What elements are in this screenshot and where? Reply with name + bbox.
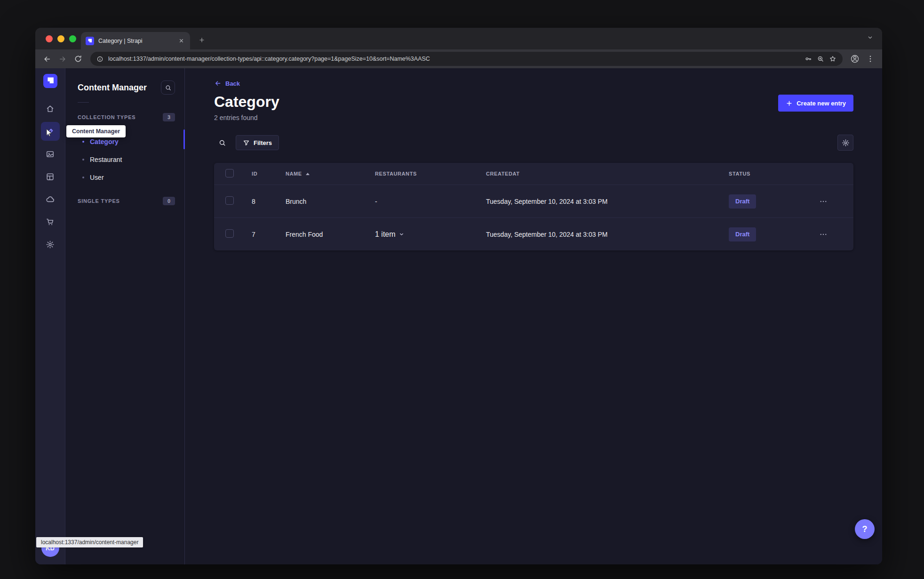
browser-tab[interactable]: Category | Strapi	[81, 32, 190, 49]
window-controls	[46, 28, 76, 49]
content-manager-subnav: Content Manager COLLECTION TYPES 3 Categ…	[65, 68, 185, 564]
sidebar-item-label: Restaurant	[90, 156, 122, 163]
window-minimize-button[interactable]	[57, 35, 64, 42]
nav-deploy-cloud-icon[interactable]	[41, 190, 60, 209]
entries-table: ID NAME RESTAURANTS CREATEDAT STATUS 8 B…	[214, 163, 853, 250]
strapi-logo[interactable]	[43, 74, 57, 88]
bookmark-star-icon[interactable]	[829, 55, 836, 63]
nav-content-type-builder-icon[interactable]	[41, 167, 60, 186]
subnav-title: Content Manager	[78, 81, 147, 94]
window-close-button[interactable]	[46, 35, 53, 42]
sidebar-item-label: User	[90, 174, 104, 181]
url-text: localhost:1337/admin/content-manager/col…	[108, 56, 800, 62]
back-button[interactable]	[40, 52, 54, 66]
tab-close-icon[interactable]	[177, 37, 185, 45]
site-info-icon[interactable]	[96, 56, 104, 63]
row-checkbox[interactable]	[225, 196, 234, 205]
tab-search-chevron-icon[interactable]	[867, 34, 874, 41]
filters-button[interactable]: Filters	[236, 135, 279, 150]
cell-name: French Food	[286, 231, 375, 238]
collection-types-list: Category Restaurant User	[65, 133, 184, 186]
bullet-icon	[82, 141, 84, 143]
list-toolbar: Filters	[214, 135, 853, 151]
column-header-restaurants[interactable]: RESTAURANTS	[375, 171, 486, 177]
cell-restaurants: 1 item	[375, 230, 396, 239]
collection-types-label: COLLECTION TYPES	[78, 114, 135, 120]
nav-settings-gear-icon[interactable]	[41, 235, 60, 254]
bullet-icon	[82, 159, 84, 161]
browser-tab-strip: Category | Strapi	[35, 28, 882, 49]
cell-createdat: Tuesday, September 10, 2024 at 3:03 PM	[486, 231, 729, 238]
password-key-icon[interactable]	[805, 55, 812, 63]
sort-ascending-caret-icon[interactable]	[305, 172, 311, 176]
column-header-createdat[interactable]: CREATEDAT	[486, 171, 729, 177]
single-types-section: SINGLE TYPES 0	[65, 197, 184, 205]
help-button[interactable]: ?	[855, 519, 875, 539]
back-label: Back	[225, 80, 240, 87]
table-row[interactable]: 8 Brunch - Tuesday, September 10, 2024 a…	[214, 185, 853, 217]
cell-name: Brunch	[286, 198, 375, 205]
search-icon[interactable]	[214, 135, 230, 151]
table-body: 8 Brunch - Tuesday, September 10, 2024 a…	[214, 185, 853, 250]
zoom-icon[interactable]	[817, 55, 824, 63]
entries-count-text: 2 entries found	[214, 114, 279, 121]
column-header-name[interactable]: NAME	[286, 171, 375, 177]
restaurants-expand-toggle[interactable]: 1 item	[375, 230, 405, 239]
nav-content-manager-icon[interactable]	[41, 122, 60, 141]
nav-tooltip: Content Manager	[66, 125, 126, 137]
row-actions-icon[interactable]	[816, 227, 830, 241]
browser-menu-icon[interactable]	[863, 52, 877, 66]
nav-home-icon[interactable]	[41, 99, 60, 118]
single-types-count-badge: 0	[163, 197, 175, 205]
table-settings-gear-icon[interactable]	[837, 135, 853, 151]
cell-id: 8	[252, 198, 286, 205]
page-title: Category	[214, 93, 279, 111]
table-row[interactable]: 7 French Food 1 item Tuesday, September …	[214, 217, 853, 250]
list-view-content: Back Category 2 entries found Create new…	[185, 68, 882, 564]
collection-types-section: COLLECTION TYPES 3	[65, 113, 184, 121]
forward-button[interactable]	[56, 52, 70, 66]
link-preview-status-bar: localhost:1337/admin/content-manager	[36, 537, 143, 547]
filter-funnel-icon	[243, 139, 250, 146]
create-new-entry-button[interactable]: Create new entry	[778, 95, 853, 112]
select-all-checkbox[interactable]	[225, 169, 234, 177]
cell-id: 7	[252, 231, 286, 238]
back-link[interactable]: Back	[214, 80, 240, 87]
table-header-row: ID NAME RESTAURANTS CREATEDAT STATUS	[214, 163, 853, 185]
window-fullscreen-button[interactable]	[69, 35, 76, 42]
subnav-search-icon[interactable]	[161, 80, 175, 95]
chevron-down-icon	[398, 231, 405, 237]
cell-restaurants: -	[375, 198, 486, 205]
create-new-entry-label: Create new entry	[797, 100, 846, 107]
single-types-label: SINGLE TYPES	[78, 198, 120, 204]
reload-button[interactable]	[71, 52, 85, 66]
status-badge: Draft	[729, 194, 756, 209]
nav-media-library-icon[interactable]	[41, 145, 60, 163]
strapi-app: KD Content Manager COLLECTION TYPES 3 Ca…	[35, 68, 882, 564]
plus-icon	[786, 100, 793, 107]
row-actions-icon[interactable]	[816, 194, 830, 209]
bullet-icon	[82, 177, 84, 178]
arrow-left-icon	[214, 80, 222, 87]
sidebar-item-restaurant[interactable]: Restaurant	[65, 151, 184, 169]
subnav-divider	[78, 102, 89, 103]
browser-window: Category | Strapi localhost:1337/admin/c…	[35, 28, 882, 564]
cell-createdat: Tuesday, September 10, 2024 at 3:03 PM	[486, 198, 729, 205]
address-bar[interactable]: localhost:1337/admin/content-manager/col…	[90, 52, 843, 66]
status-badge: Draft	[729, 227, 756, 241]
browser-profile-avatar[interactable]	[848, 52, 862, 66]
row-checkbox[interactable]	[225, 229, 234, 238]
collection-types-count-badge: 3	[163, 113, 175, 121]
strapi-favicon-icon	[86, 37, 94, 45]
new-tab-button[interactable]	[196, 34, 208, 46]
column-header-id[interactable]: ID	[252, 171, 286, 177]
main-nav-rail: KD	[35, 68, 65, 564]
browser-toolbar: localhost:1337/admin/content-manager/col…	[35, 49, 882, 68]
column-header-status[interactable]: STATUS	[729, 171, 804, 177]
nav-marketplace-icon[interactable]	[41, 212, 60, 231]
tab-title: Category | Strapi	[98, 38, 173, 44]
filters-label: Filters	[254, 139, 272, 146]
sidebar-item-user[interactable]: User	[65, 169, 184, 186]
sidebar-item-label: Category	[90, 138, 119, 145]
